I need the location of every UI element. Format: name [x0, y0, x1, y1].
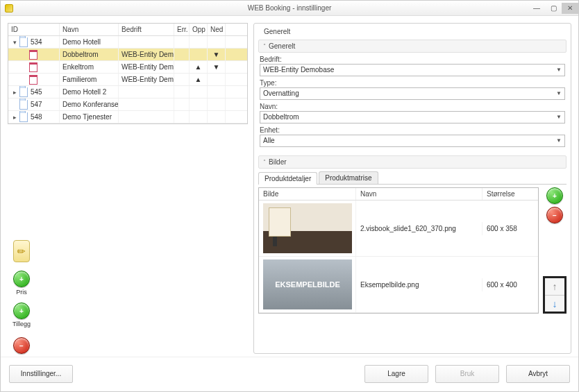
- row-err: [174, 99, 190, 110]
- arrow-down-icon: ↓: [553, 298, 557, 309]
- image-thumbnail: EKSEMPELBILDE: [263, 259, 352, 309]
- type-select[interactable]: Overnatting: [260, 87, 565, 100]
- move-image-up-button[interactable]: ↑: [545, 278, 564, 295]
- left-panel: ID Navn Bedrift Err. Opp Ned ▾534Demo Ho…: [8, 23, 248, 354]
- row-navn: Demo Hotell: [60, 36, 119, 48]
- avbryt-button[interactable]: Avbryt: [506, 365, 570, 383]
- bedrift-label: Bedrift:: [260, 56, 565, 63]
- row-navn: Enkeltrom: [60, 61, 119, 73]
- tab-produktdetaljer[interactable]: Produktdetaljer: [258, 172, 317, 185]
- enhet-label: Enhet:: [260, 126, 565, 134]
- image-row[interactable]: EKSEMPELBILDEEksempelbilde.png600 x 400: [259, 257, 538, 313]
- add-image-button[interactable]: +: [546, 187, 563, 204]
- tree-header: ID Navn Bedrift Err. Opp Ned: [8, 24, 247, 36]
- tree-row[interactable]: ▸545Demo Hotell 2: [8, 86, 247, 99]
- footer: Innstillinger... Lagre Bruk Avbryt: [1, 357, 578, 391]
- col-bedrift[interactable]: Bedrift: [119, 24, 174, 35]
- bruk-button[interactable]: Bruk: [435, 365, 499, 383]
- row-opp-button[interactable]: ▲: [190, 74, 208, 85]
- bilder-group-header[interactable]: ˄ Bilder: [258, 155, 567, 169]
- left-side-buttons: + Pris + Tillegg −: [9, 240, 34, 354]
- chevron-up-icon: ˄: [263, 159, 266, 165]
- remove-image-button[interactable]: −: [546, 207, 563, 223]
- maximize-button[interactable]: ▢: [545, 3, 562, 14]
- row-bedrift: [119, 99, 174, 110]
- row-navn: Demo Tjenester: [60, 111, 119, 123]
- expander-icon[interactable]: ▸: [11, 114, 18, 121]
- expander-icon[interactable]: ▸: [11, 89, 18, 96]
- row-bedrift: WEB-Entity Demobase: [119, 74, 174, 85]
- image-side-buttons: + − ↑ ↓: [543, 187, 567, 314]
- col-err[interactable]: Err.: [174, 24, 190, 35]
- col-ned[interactable]: Ned: [208, 24, 226, 35]
- tree-row[interactable]: 547Demo Konferansesenter: [8, 99, 247, 111]
- image-row[interactable]: 2.visbook_slide1_620_370.png600 x 358: [259, 201, 538, 257]
- remove-button[interactable]: −: [13, 337, 30, 354]
- tab-produktmatrise[interactable]: Produktmatrise: [319, 171, 378, 184]
- col-bilde[interactable]: Bilde: [259, 188, 356, 200]
- image-table: Bilde Navn Størrelse 2.visbook_slide1_62…: [258, 187, 539, 314]
- folder-icon: [19, 87, 28, 97]
- add-pris-button[interactable]: +: [13, 271, 30, 287]
- row-navn: Demo Hotell 2: [60, 86, 119, 98]
- row-err: [174, 86, 190, 98]
- tree-row[interactable]: ▸548Demo Tjenester: [8, 111, 247, 123]
- lagre-button[interactable]: Lagre: [364, 365, 428, 383]
- bilder-group-title: Bilder: [269, 158, 287, 166]
- image-tabs: Produktdetaljer Produktmatrise: [258, 171, 567, 185]
- row-opp-button: [190, 111, 208, 123]
- col-navn[interactable]: Navn: [356, 188, 482, 200]
- bedrift-select[interactable]: WEB-Entity Demobase: [260, 64, 565, 76]
- generelt-group-title: Generelt: [269, 42, 295, 50]
- row-bedrift: [119, 111, 174, 123]
- row-opp-button: [190, 86, 208, 98]
- row-opp-button[interactable]: ▲: [190, 61, 208, 73]
- tree-row[interactable]: DobbeltromWEB-Entity Demobase▼: [8, 49, 247, 61]
- row-err: [174, 49, 190, 60]
- row-ned-button[interactable]: ▼: [208, 61, 226, 73]
- row-opp-button: [190, 99, 208, 110]
- tree-row[interactable]: ▾534Demo Hotell: [8, 36, 247, 49]
- chevron-up-icon: ˄: [263, 43, 266, 49]
- row-ned-button: [208, 86, 226, 98]
- generelt-fieldset: Generelt ˄ Generelt Bedrift: WEB-Entity …: [253, 23, 571, 354]
- row-bedrift: [119, 86, 174, 98]
- titlebar: WEB Booking - innstillinger — ▢ ✕: [1, 1, 578, 16]
- folder-icon: [19, 100, 28, 110]
- add-tillegg-button[interactable]: +: [13, 302, 30, 319]
- calendar-icon: [29, 50, 37, 60]
- row-ned-button: [208, 99, 226, 110]
- edit-key-button[interactable]: [13, 240, 30, 262]
- image-thumbnail: [263, 203, 352, 253]
- generelt-group-header[interactable]: ˄ Generelt: [258, 40, 567, 53]
- navn-select[interactable]: Dobbeltrom: [260, 111, 565, 123]
- tree-row[interactable]: EnkeltromWEB-Entity Demobase▲▼: [8, 61, 247, 74]
- content: ID Navn Bedrift Err. Opp Ned ▾534Demo Ho…: [1, 16, 578, 357]
- enhet-select[interactable]: Alle: [260, 135, 565, 147]
- app-icon: [5, 4, 13, 12]
- col-storrelse[interactable]: Størrelse: [482, 188, 538, 200]
- row-ned-button[interactable]: ▼: [208, 49, 226, 60]
- innstillinger-button[interactable]: Innstillinger...: [9, 365, 73, 383]
- col-opp[interactable]: Opp: [190, 24, 208, 35]
- col-id[interactable]: ID: [8, 24, 60, 35]
- arrow-up-icon: ↑: [553, 281, 557, 292]
- image-sort-box: ↑ ↓: [543, 276, 567, 314]
- row-opp-button: [190, 49, 208, 60]
- folder-icon: [19, 37, 28, 47]
- image-size: 600 x 400: [482, 278, 538, 291]
- expander-icon[interactable]: ▾: [11, 39, 18, 46]
- row-id: 547: [31, 101, 42, 108]
- row-navn: Demo Konferansesenter: [60, 99, 119, 110]
- row-err: [174, 61, 190, 73]
- row-err: [174, 111, 190, 123]
- move-image-down-button[interactable]: ↓: [545, 295, 564, 312]
- col-navn[interactable]: Navn: [60, 24, 119, 35]
- row-bedrift: WEB-Entity Demobase: [119, 61, 174, 73]
- minimize-button[interactable]: —: [528, 3, 545, 14]
- tree-row[interactable]: FamilieromWEB-Entity Demobase▲: [8, 74, 247, 86]
- calendar-icon: [29, 75, 37, 85]
- type-label: Type:: [260, 79, 565, 87]
- tillegg-label: Tillegg: [12, 321, 31, 327]
- close-button[interactable]: ✕: [562, 3, 578, 14]
